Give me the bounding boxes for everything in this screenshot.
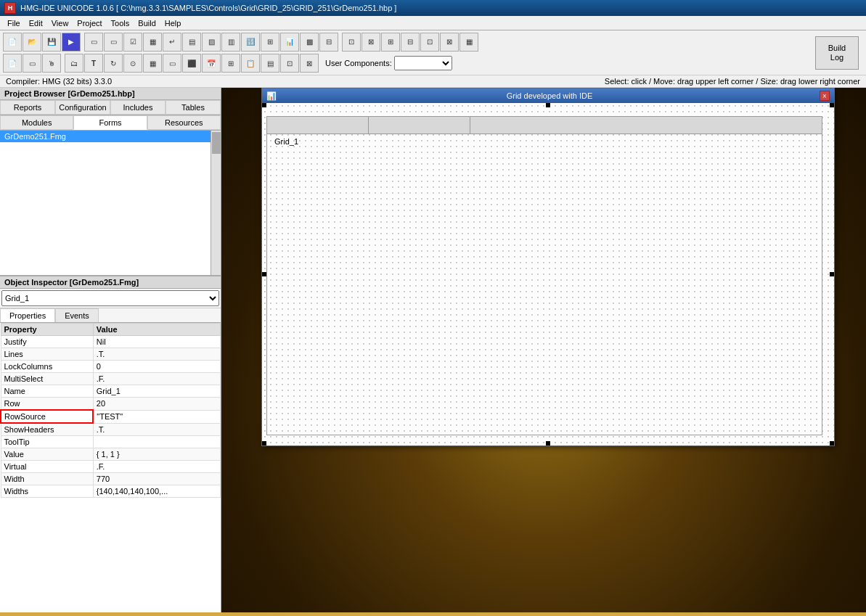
tab-resources[interactable]: Resources xyxy=(147,115,221,130)
toolbar-btn-7[interactable]: ▨ xyxy=(202,33,221,52)
prop-row-multiselect: MultiSelect.F. xyxy=(1,373,221,385)
prop-name-showheaders: ShowHeaders xyxy=(1,423,93,436)
toolbar-btn-19[interactable]: ⊠ xyxy=(440,33,459,52)
title-bar: H HMG-IDE UNICODE 1.0.6 [ C:\hmg.3.3.1\S… xyxy=(0,0,866,16)
prop-value-value[interactable]: { 1, 1 } xyxy=(93,448,220,461)
object-selector: Grid_1 xyxy=(0,289,221,308)
build-log-button[interactable]: Build Log xyxy=(815,36,859,70)
prop-value-widths[interactable]: {140,140,140,100,... xyxy=(93,485,220,498)
toolbar-btn-10[interactable]: ⊞ xyxy=(261,33,279,52)
prop-value-tooltip[interactable] xyxy=(93,436,220,448)
inspector-tab-events[interactable]: Events xyxy=(55,308,99,322)
toolbar-btn-22[interactable]: ▭ xyxy=(23,54,41,73)
prop-name-tooltip: ToolTip xyxy=(1,436,93,448)
toolbar-btn-2[interactable]: ▭ xyxy=(104,33,123,52)
toolbar-btn-18[interactable]: ⊡ xyxy=(420,33,439,52)
tab-tables[interactable]: Tables xyxy=(166,100,221,115)
handle-mid-right[interactable] xyxy=(830,272,834,276)
prop-row-lockcolumns: LockColumns0 xyxy=(1,361,221,373)
handle-bottom-center[interactable] xyxy=(546,441,550,445)
inspector-tab-properties[interactable]: Properties xyxy=(0,308,55,322)
toolbar-btn-3[interactable]: ☑ xyxy=(123,33,142,52)
toolbar-btn-11[interactable]: 📊 xyxy=(280,33,299,52)
file-list-scrollbar[interactable] xyxy=(211,131,221,275)
toolbar-btn-34[interactable]: ⊡ xyxy=(280,54,299,73)
toolbar-btn-23[interactable]: 🖱 xyxy=(42,54,61,73)
prop-value-lockcolumns[interactable]: 0 xyxy=(93,361,220,373)
prop-name-multiselect: MultiSelect xyxy=(1,373,93,385)
toolbar-btn-T[interactable]: T xyxy=(84,54,103,73)
toolbar-btn-35[interactable]: ⊠ xyxy=(300,54,319,73)
user-components-select[interactable] xyxy=(394,56,452,70)
toolbar-btn-29[interactable]: ⬛ xyxy=(182,54,201,73)
properties-table: Property Value JustifyNilLines.T.LockCol… xyxy=(0,323,221,612)
toolbar-btn-run[interactable]: ▶ xyxy=(62,33,81,52)
grid-control[interactable]: Grid_1 xyxy=(266,116,822,435)
handle-bottom-right[interactable] xyxy=(830,441,834,445)
toolbar-btn-4[interactable]: ▦ xyxy=(143,33,162,52)
prop-value-virtual[interactable]: .F. xyxy=(93,461,220,473)
tab-modules[interactable]: Modules xyxy=(0,115,73,130)
toolbar-btn-5[interactable]: ↵ xyxy=(163,33,181,52)
menu-view[interactable]: View xyxy=(47,17,73,29)
project-browser-tabs-row2: Modules Forms Resources xyxy=(0,115,221,131)
prop-value-name[interactable]: Grid_1 xyxy=(93,385,220,398)
toolbar-btn-26[interactable]: ⊙ xyxy=(123,54,142,73)
grid-window-close-button[interactable]: × xyxy=(820,91,830,101)
project-browser-tabs-row1: Reports Configuration Includes Tables xyxy=(0,100,221,115)
handle-top-left[interactable] xyxy=(262,103,266,107)
file-item-grdemo251[interactable]: GrDemo251.Fmg xyxy=(0,131,221,142)
tab-includes[interactable]: Includes xyxy=(110,100,166,115)
prop-row-showheaders: ShowHeaders.T. xyxy=(1,423,221,436)
toolbar-btn-13[interactable]: ⊟ xyxy=(319,33,338,52)
toolbar-btn-9[interactable]: 🔢 xyxy=(241,33,260,52)
toolbar-btn-32[interactable]: 📋 xyxy=(241,54,260,73)
toolbar-btn-28[interactable]: ▭ xyxy=(163,54,181,73)
toolbar-btn-6[interactable]: ▤ xyxy=(182,33,201,52)
toolbar-btn-15[interactable]: ⊠ xyxy=(361,33,380,52)
toolbar-btn-27[interactable]: ▦ xyxy=(143,54,162,73)
toolbar-btn-1[interactable]: ▭ xyxy=(84,33,103,52)
toolbar-btn-open[interactable]: 📂 xyxy=(23,33,41,52)
prop-value-row[interactable]: 20 xyxy=(93,398,220,411)
prop-value-lines[interactable]: .T. xyxy=(93,348,220,361)
toolbar-btn-12[interactable]: ▩ xyxy=(300,33,319,52)
handle-bottom-left[interactable] xyxy=(262,441,266,445)
toolbar-row1: 📄 📂 💾 ▶ ▭ ▭ ☑ ▦ ↵ ▤ ▨ ▥ 🔢 ⊞ 📊 ▩ ⊟ ⊡ ⊠ ⊞ … xyxy=(3,33,863,52)
toolbar-btn-33[interactable]: ▤ xyxy=(261,54,279,73)
toolbar-btn-14[interactable]: ⊡ xyxy=(342,33,361,52)
prop-row-justify: JustifyNil xyxy=(1,336,221,348)
prop-name-lines: Lines xyxy=(1,348,93,361)
menu-file[interactable]: File xyxy=(3,17,25,29)
toolbar-btn-8[interactable]: ▥ xyxy=(221,33,240,52)
menu-build[interactable]: Build xyxy=(134,17,160,29)
toolbar-btn-16[interactable]: ⊞ xyxy=(381,33,400,52)
tab-forms[interactable]: Forms xyxy=(73,115,147,130)
menu-tools[interactable]: Tools xyxy=(107,17,134,29)
toolbar-btn-20[interactable]: ▦ xyxy=(459,33,478,52)
handle-top-center[interactable] xyxy=(546,103,550,107)
toolbar-btn-save[interactable]: 💾 xyxy=(42,33,61,52)
toolbar-btn-25[interactable]: ↻ xyxy=(104,54,123,73)
prop-row-lines: Lines.T. xyxy=(1,348,221,361)
handle-top-right[interactable] xyxy=(830,103,834,107)
menu-project[interactable]: Project xyxy=(73,17,106,29)
prop-value-multiselect[interactable]: .F. xyxy=(93,373,220,385)
toolbar-btn-30[interactable]: 📅 xyxy=(202,54,221,73)
toolbar-btn-31[interactable]: ⊞ xyxy=(221,54,240,73)
tab-reports[interactable]: Reports xyxy=(0,100,55,115)
prop-value-width[interactable]: 770 xyxy=(93,473,220,485)
prop-value-showheaders[interactable]: .T. xyxy=(93,423,220,436)
object-select[interactable]: Grid_1 xyxy=(1,290,219,306)
toolbar-btn-17[interactable]: ⊟ xyxy=(401,33,420,52)
toolbar-btn-24[interactable]: 🗂 xyxy=(65,54,83,73)
toolbar-btn-21[interactable]: 📄 xyxy=(3,54,22,73)
menu-help[interactable]: Help xyxy=(160,17,186,29)
menu-edit[interactable]: Edit xyxy=(25,17,47,29)
toolbar-btn-new[interactable]: 📄 xyxy=(3,33,22,52)
toolbar: 📄 📂 💾 ▶ ▭ ▭ ☑ ▦ ↵ ▤ ▨ ▥ 🔢 ⊞ 📊 ▩ ⊟ ⊡ ⊠ ⊞ … xyxy=(0,30,866,75)
prop-value-rowsource[interactable]: "TEST" xyxy=(93,410,220,423)
tab-configuration[interactable]: Configuration xyxy=(55,100,110,115)
project-browser: Project Browser [GrDemo251.hbp] Reports … xyxy=(0,88,221,276)
prop-value-justify[interactable]: Nil xyxy=(93,336,220,348)
